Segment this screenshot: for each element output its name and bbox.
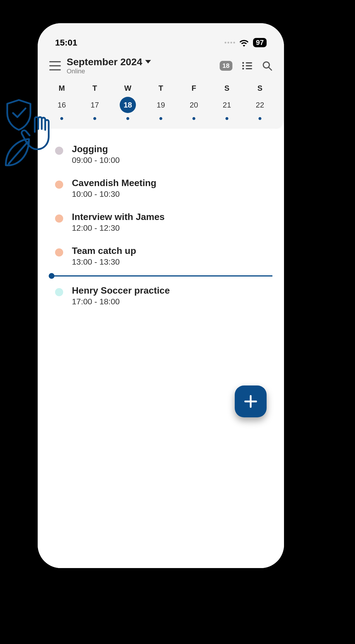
- day-indicator-dot: [192, 117, 195, 120]
- check-icon: [13, 108, 26, 117]
- event-text: Interview with James12:00 - 12:30: [72, 212, 165, 233]
- event-text: Team catch up13:00 - 13:30: [72, 245, 136, 267]
- event-time: 09:00 - 10:00: [72, 156, 120, 165]
- event-title: Cavendish Meeting: [72, 178, 156, 188]
- chevron-down-icon: [145, 60, 151, 64]
- add-event-button[interactable]: [235, 385, 267, 417]
- day-number: 20: [186, 97, 202, 113]
- day-indicator-dot: [159, 117, 162, 120]
- day-letter: S: [257, 84, 262, 93]
- day-indicator-dot: [60, 117, 63, 120]
- phone-frame: 15:01 97 September 2024 Online 18: [38, 23, 284, 568]
- leaf-icon: [6, 139, 29, 165]
- event-item[interactable]: Team catch up13:00 - 13:30: [55, 239, 272, 273]
- event-color-dot: [55, 214, 63, 223]
- event-text: Cavendish Meeting10:00 - 10:30: [72, 178, 156, 199]
- header-actions: 18: [220, 61, 272, 71]
- event-title: Henry Soccer practice: [72, 285, 170, 296]
- status-time: 15:01: [55, 38, 77, 48]
- day-indicator-dot: [93, 117, 96, 120]
- day-indicator-dot: [225, 117, 228, 120]
- day-column[interactable]: S21: [210, 84, 243, 120]
- battery-badge: 97: [253, 38, 267, 47]
- view-list-button[interactable]: [242, 62, 252, 70]
- current-time-line: [52, 275, 272, 276]
- day-indicator-dot: [126, 117, 129, 120]
- day-number: 21: [219, 97, 235, 113]
- event-color-dot: [55, 147, 63, 155]
- event-title: Interview with James: [72, 212, 165, 222]
- status-bar: 15:01 97: [38, 23, 284, 53]
- day-column[interactable]: T17: [78, 84, 111, 120]
- month-label: September 2024: [67, 56, 142, 68]
- day-column[interactable]: M16: [45, 84, 78, 120]
- day-indicator-dot: [258, 117, 261, 120]
- day-letter: S: [224, 84, 229, 93]
- month-picker[interactable]: September 2024 Online: [67, 56, 214, 75]
- event-title: Team catch up: [72, 245, 136, 256]
- today-button[interactable]: 18: [220, 61, 232, 71]
- events-list: Jogging09:00 - 10:00Cavendish Meeting10:…: [38, 129, 284, 568]
- plus-icon: [243, 394, 258, 409]
- day-letter: F: [192, 84, 196, 93]
- signal-icon: [225, 42, 235, 43]
- day-number: 22: [252, 97, 268, 113]
- event-time: 13:00 - 13:30: [72, 257, 136, 267]
- event-text: Jogging09:00 - 10:00: [72, 144, 120, 165]
- online-status: Online: [67, 68, 214, 75]
- day-number: 16: [54, 97, 70, 113]
- event-time: 10:00 - 10:30: [72, 190, 156, 199]
- day-column[interactable]: W18: [111, 84, 144, 120]
- event-color-dot: [55, 288, 63, 296]
- day-letter: T: [159, 84, 163, 93]
- event-text: Henry Soccer practice17:00 - 18:00: [72, 285, 170, 306]
- status-right: 97: [225, 38, 267, 47]
- event-item[interactable]: Jogging09:00 - 10:00: [55, 137, 272, 171]
- day-number: 17: [87, 97, 103, 113]
- shield-icon: [7, 100, 30, 130]
- event-item[interactable]: Interview with James12:00 - 12:30: [55, 205, 272, 239]
- wifi-icon: [239, 39, 249, 47]
- event-time: 17:00 - 18:00: [72, 297, 170, 306]
- menu-button[interactable]: [49, 61, 61, 70]
- week-row: M16T17W18T19F20S21S22: [38, 81, 284, 129]
- event-color-dot: [55, 248, 63, 256]
- day-letter: T: [92, 84, 97, 93]
- event-item[interactable]: Henry Soccer practice17:00 - 18:00: [55, 279, 272, 313]
- app-header: September 2024 Online 18: [38, 53, 284, 81]
- event-color-dot: [55, 181, 63, 189]
- svg-line-1: [269, 67, 272, 70]
- day-column[interactable]: F20: [177, 84, 210, 120]
- day-column[interactable]: T19: [144, 84, 177, 120]
- day-number: 19: [153, 97, 169, 113]
- event-time: 12:00 - 12:30: [72, 223, 165, 233]
- day-column[interactable]: S22: [243, 84, 276, 120]
- event-item[interactable]: Cavendish Meeting10:00 - 10:30: [55, 171, 272, 205]
- search-button[interactable]: [262, 61, 272, 71]
- event-title: Jogging: [72, 144, 120, 154]
- day-letter: M: [59, 84, 65, 93]
- day-letter: W: [124, 84, 132, 93]
- day-number: 18: [120, 97, 136, 113]
